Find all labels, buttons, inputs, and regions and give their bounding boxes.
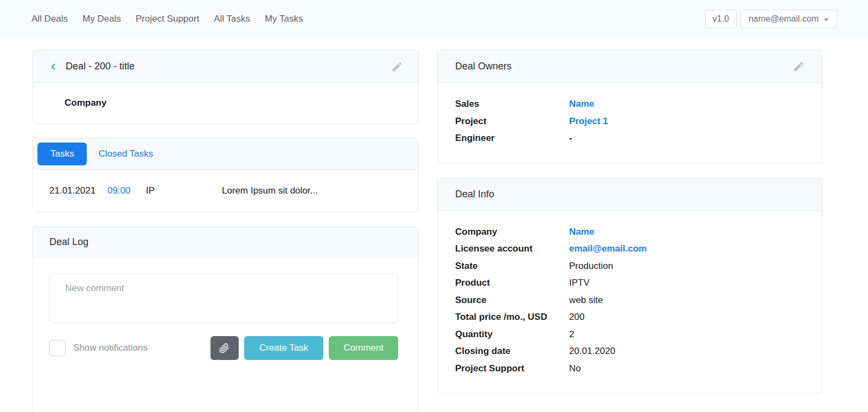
deal-log-body: Show notifications Create Task Comment xyxy=(33,258,418,360)
info-row-project-support: Project Support No xyxy=(455,360,805,377)
info-label: Total price /mo., USD xyxy=(455,308,569,326)
closing-date-value: 20.01.2020 xyxy=(569,343,615,360)
info-row-source: Source web site xyxy=(455,292,805,309)
info-row-quantity: Quantity 2 xyxy=(455,326,805,343)
licensee-account-link[interactable]: email@email.com xyxy=(569,240,647,258)
project-support-value: No xyxy=(569,360,581,377)
owner-label: Engineer xyxy=(455,130,569,147)
nav-item-all-deals[interactable]: All Deals xyxy=(31,14,68,24)
task-summary: Lorem Ipsum sit dolor... xyxy=(222,185,402,196)
navbar-right: v1.0 name@email.com xyxy=(705,10,837,28)
info-row-company: Company Name xyxy=(455,223,805,241)
info-row-total-price: Total price /mo., USD 200 xyxy=(455,308,805,326)
deal-info-body: Company Name Licensee account email@emai… xyxy=(438,211,822,394)
owner-row-sales: Sales Name xyxy=(455,95,805,113)
deal-log-header: Deal Log xyxy=(33,227,418,258)
deal-owners-body: Sales Name Project Project 1 Engineer - xyxy=(438,83,822,163)
new-comment-input[interactable] xyxy=(49,273,398,323)
source-value: web site xyxy=(569,292,603,309)
nav-item-project-support[interactable]: Project Support xyxy=(136,14,199,24)
left-column: Deal - 200 - title Company Tasks Closed … xyxy=(33,50,419,412)
sales-owner-link[interactable]: Name xyxy=(569,95,594,113)
create-task-button[interactable]: Create Task xyxy=(244,336,323,360)
engineer-owner-value: - xyxy=(569,130,572,147)
chevron-left-icon xyxy=(48,62,58,72)
user-email: name@email.com xyxy=(749,14,819,24)
nav-item-all-tasks[interactable]: All Tasks xyxy=(214,14,250,24)
product-value: IPTV xyxy=(569,274,590,292)
total-price-value: 200 xyxy=(569,308,584,326)
show-notifications-label: Show notifications xyxy=(73,343,148,353)
info-label: Quantity xyxy=(455,326,569,343)
info-row-product: Product IPTV xyxy=(455,274,805,292)
task-date: 21.01.2021 xyxy=(49,185,107,196)
info-label: Closing date xyxy=(455,343,569,360)
tab-closed-tasks[interactable]: Closed Tasks xyxy=(98,149,153,159)
comment-actions: Create Task Comment xyxy=(210,336,398,360)
task-row[interactable]: 21.01.2021 09:00 IP Lorem Ipsum sit dolo… xyxy=(33,170,418,212)
state-value: Production xyxy=(569,258,613,275)
info-row-licensee-account: Licensee account email@email.com xyxy=(455,240,805,258)
deal-log-title: Deal Log xyxy=(49,236,88,248)
show-notifications-checkbox[interactable] xyxy=(49,340,66,356)
info-label: State xyxy=(455,258,569,275)
tab-tasks[interactable]: Tasks xyxy=(37,143,87,165)
deal-info-header: Deal Info xyxy=(438,178,822,211)
info-row-state: State Production xyxy=(455,258,805,275)
pencil-icon xyxy=(793,61,805,73)
owner-label: Project xyxy=(455,113,569,130)
right-column: Deal Owners Sales Name Project Project 1… xyxy=(437,50,822,408)
deal-company-name: Company xyxy=(33,83,418,124)
user-menu-dropdown[interactable]: name@email.com xyxy=(741,10,837,28)
deal-title: Deal - 200 - title xyxy=(66,61,135,72)
comment-button[interactable]: Comment xyxy=(329,336,398,360)
task-time-link[interactable]: 09:00 xyxy=(107,185,146,196)
info-row-closing-date: Closing date 20.01.2020 xyxy=(455,343,805,360)
deal-info-card: Deal Info Company Name Licensee account … xyxy=(437,178,822,394)
deal-owners-header: Deal Owners xyxy=(438,50,822,83)
nav-menu: All Deals My Deals Project Support All T… xyxy=(31,14,303,24)
paperclip-icon xyxy=(219,343,229,353)
edit-deal-button[interactable] xyxy=(391,61,403,73)
tasks-tabs: Tasks Closed Tasks xyxy=(33,139,418,170)
project-owner-link[interactable]: Project 1 xyxy=(569,113,608,130)
version-badge: v1.0 xyxy=(705,10,737,28)
tasks-card: Tasks Closed Tasks 21.01.2021 09:00 IP L… xyxy=(33,138,419,213)
quantity-value: 2 xyxy=(569,326,574,343)
info-label: Product xyxy=(455,274,569,292)
company-link[interactable]: Name xyxy=(569,223,594,241)
main-content: Deal - 200 - title Company Tasks Closed … xyxy=(0,38,868,412)
nav-item-my-deals[interactable]: My Deals xyxy=(82,14,121,24)
top-navbar: All Deals My Deals Project Support All T… xyxy=(0,0,868,38)
nav-item-my-tasks[interactable]: My Tasks xyxy=(265,14,303,24)
info-label: Licensee account xyxy=(455,240,569,258)
owner-row-project: Project Project 1 xyxy=(455,113,805,130)
pencil-icon xyxy=(391,61,403,73)
deal-owners-title: Deal Owners xyxy=(455,61,512,72)
owner-row-engineer: Engineer - xyxy=(455,130,805,147)
deal-title-card: Deal - 200 - title Company xyxy=(33,50,419,124)
deal-log-card: Deal Log Show notifications Create Task … xyxy=(33,227,419,412)
task-assignee-initials: IP xyxy=(146,185,222,196)
back-button[interactable] xyxy=(48,62,58,72)
deal-log-footer: Show notifications Create Task Comment xyxy=(49,336,398,360)
owner-label: Sales xyxy=(455,95,569,113)
deal-owners-card: Deal Owners Sales Name Project Project 1… xyxy=(437,50,822,164)
deal-info-title: Deal Info xyxy=(455,189,494,200)
deal-title-header: Deal - 200 - title xyxy=(33,50,418,83)
edit-owners-button[interactable] xyxy=(793,61,805,73)
attach-file-button[interactable] xyxy=(210,336,239,360)
info-label: Project Support xyxy=(455,360,569,377)
info-label: Source xyxy=(455,292,569,309)
chevron-down-icon xyxy=(824,18,829,21)
info-label: Company xyxy=(455,223,569,241)
